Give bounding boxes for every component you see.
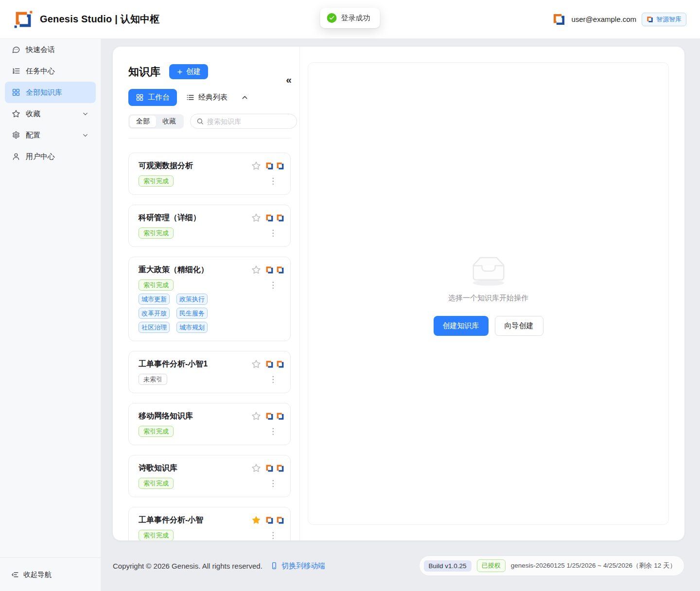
filter-fav-button[interactable]: 收藏 <box>156 116 182 127</box>
kb-open-action-icon[interactable] <box>276 516 284 524</box>
app-footer: Copyright © 2026 Genesis. All rights res… <box>113 540 684 591</box>
create-kb-button[interactable]: 创建 <box>169 64 208 79</box>
user-icon <box>12 152 20 161</box>
switch-mobile-link[interactable]: 切换到移动端 <box>281 561 325 571</box>
app-title: Genesis Studio | 认知中枢 <box>40 13 160 26</box>
kb-open-action-icon[interactable] <box>276 412 284 420</box>
more-menu-icon[interactable]: ⋮ <box>269 375 277 383</box>
toast-message: 登录成功 <box>341 14 370 23</box>
collapse-panel-icon[interactable]: « <box>286 74 292 86</box>
kb-tag: 城市更新 <box>139 294 170 305</box>
more-menu-icon[interactable]: ⋮ <box>269 281 277 289</box>
kb-card-list: 可观测数据分析 索引完成 ⋮ 科研管理（详细） 索引完成 ⋮ <box>128 153 291 540</box>
empty-state-text: 选择一个知识库开始操作 <box>448 294 528 303</box>
more-menu-icon[interactable]: ⋮ <box>269 531 277 539</box>
kb-card[interactable]: 可观测数据分析 索引完成 ⋮ <box>128 153 291 195</box>
header-right: user@example.com 智源智库 <box>552 13 686 26</box>
kb-chat-action-icon[interactable] <box>265 464 274 472</box>
kb-card-title: 重大政策（精细化） <box>139 265 249 275</box>
kb-chat-action-icon[interactable] <box>265 516 274 524</box>
kb-card-title: 工单事件分析-小智 <box>139 515 249 525</box>
kb-card-title: 移动网络知识库 <box>139 411 249 421</box>
filter-all-button[interactable]: 全部 <box>130 116 156 127</box>
genesis-logo-icon <box>14 10 33 29</box>
wizard-create-button[interactable]: 向导创建 <box>495 316 543 336</box>
kb-chat-action-icon[interactable] <box>265 360 274 368</box>
more-menu-icon[interactable]: ⋮ <box>269 177 277 185</box>
kb-card[interactable]: 重大政策（精细化） 索引完成 城市更新政策执行改革开放民生服务社区治理城市规划 … <box>128 257 291 341</box>
inbox-tray-icon <box>464 252 513 287</box>
kb-open-action-icon[interactable] <box>276 266 284 274</box>
chevron-down-icon <box>82 132 89 139</box>
kb-card[interactable]: 诗歌知识库 索引完成 ⋮ <box>128 455 291 497</box>
login-toast: 登录成功 <box>320 8 380 28</box>
sidebar-item-chat[interactable]: 快速会话 <box>5 39 96 60</box>
tab-workbench[interactable]: 工作台 <box>128 89 177 106</box>
favorite-star-icon[interactable] <box>251 515 261 525</box>
kb-chat-action-icon[interactable] <box>265 162 274 170</box>
tab-workbench-label: 工作台 <box>148 93 170 102</box>
favorite-star-icon[interactable] <box>251 161 261 171</box>
kb-tag: 社区治理 <box>139 322 170 333</box>
gear-icon <box>12 131 20 139</box>
list-icon <box>186 93 194 102</box>
kb-status-badge: 索引完成 <box>139 426 174 437</box>
kb-list-panel: « 知识库 创建 <box>113 47 299 540</box>
kb-filter-row: 全部 收藏 <box>128 114 291 129</box>
plus-icon <box>176 69 183 75</box>
favorite-star-icon[interactable] <box>251 411 261 421</box>
chat-icon <box>12 45 20 54</box>
grid-icon <box>136 93 144 102</box>
kb-tag-list: 城市更新政策执行改革开放民生服务社区治理城市规划 <box>139 294 249 333</box>
kb-open-action-icon[interactable] <box>276 214 284 222</box>
favorite-star-icon[interactable] <box>251 359 261 369</box>
create-kb-primary-button[interactable]: 创建知识库 <box>434 316 489 336</box>
kb-open-action-icon[interactable] <box>276 360 284 368</box>
kb-card[interactable]: 科研管理（详细） 索引完成 ⋮ <box>128 205 291 247</box>
kb-status-badge: 索引完成 <box>139 227 174 239</box>
kb-status-badge: 索引完成 <box>139 530 174 540</box>
kb-detail-panel: 选择一个知识库开始操作 创建知识库 向导创建 <box>308 62 669 525</box>
kb-search-input[interactable] <box>207 118 280 125</box>
kb-open-action-icon[interactable] <box>276 464 284 472</box>
success-check-icon <box>327 13 337 23</box>
grid-icon <box>12 88 20 97</box>
sidebar-item-gear[interactable]: 配置 <box>5 124 96 146</box>
kb-tag: 民生服务 <box>176 308 208 319</box>
kb-detail-area: 选择一个知识库开始操作 创建知识库 向导创建 <box>300 47 684 540</box>
kb-status-badge: 索引完成 <box>139 279 174 291</box>
more-menu-icon[interactable]: ⋮ <box>269 479 277 487</box>
more-menu-icon[interactable]: ⋮ <box>269 427 277 435</box>
chevron-up-icon[interactable] <box>241 93 249 102</box>
kb-card-title: 可观测数据分析 <box>139 161 249 171</box>
sidebar-item-user[interactable]: 用户中心 <box>5 146 96 167</box>
user-avatar[interactable] <box>552 13 566 26</box>
kb-card[interactable]: 移动网络知识库 索引完成 ⋮ <box>128 403 291 445</box>
kb-status-badge: 索引完成 <box>139 175 174 187</box>
kb-card[interactable]: 工单事件分析-小智 索引完成 工单处理系统运维故障排查产险业务 ⋮ <box>128 507 291 540</box>
brand: Genesis Studio | 认知中枢 <box>14 10 160 29</box>
kb-open-action-icon[interactable] <box>276 162 284 170</box>
empty-state: 选择一个知识库开始操作 创建知识库 向导创建 <box>434 252 543 336</box>
genesis-studio-app: Genesis Studio | 认知中枢 登录成功 user@example.… <box>0 0 700 591</box>
kb-chat-action-icon[interactable] <box>265 266 274 274</box>
licensed-badge: 已授权 <box>477 559 506 572</box>
more-menu-icon[interactable]: ⋮ <box>269 229 277 237</box>
user-email: user@example.com <box>571 15 636 23</box>
sidebar-item-star[interactable]: 收藏 <box>5 103 96 124</box>
org-badge[interactable]: 智源智库 <box>642 13 686 26</box>
kb-tag: 城市规划 <box>176 322 208 333</box>
favorite-star-icon[interactable] <box>251 213 261 223</box>
kb-chat-action-icon[interactable] <box>265 412 274 420</box>
tab-classic-list[interactable]: 经典列表 <box>186 93 228 102</box>
kb-card[interactable]: 工单事件分析-小智1 未索引 ⋮ <box>128 351 291 393</box>
kb-card-title: 工单事件分析-小智1 <box>139 359 249 369</box>
sidebar-item-task-list[interactable]: 任务中心 <box>5 60 96 82</box>
favorite-star-icon[interactable] <box>251 265 261 275</box>
collapse-nav-icon <box>11 571 19 579</box>
sidebar-item-grid[interactable]: 全部知识库 <box>5 82 96 103</box>
collapse-nav-button[interactable]: 收起导航 <box>0 557 101 591</box>
favorite-star-icon[interactable] <box>251 463 261 473</box>
kb-chat-action-icon[interactable] <box>265 214 274 222</box>
task-list-icon <box>12 67 20 75</box>
